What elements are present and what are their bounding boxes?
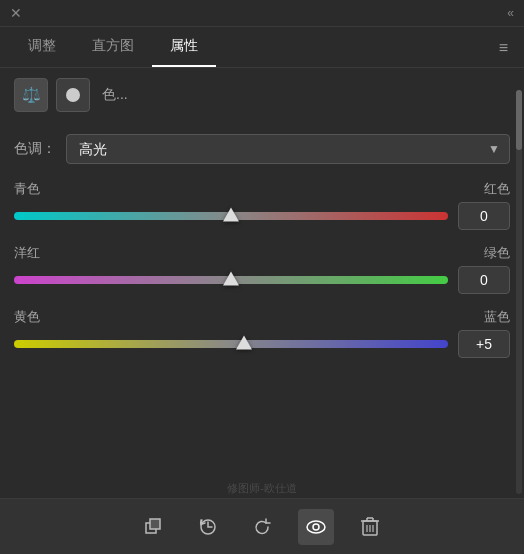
- yellow-blue-track: [14, 340, 448, 348]
- tab-histogram[interactable]: 直方图: [74, 27, 152, 67]
- trash-icon: [361, 516, 379, 538]
- cyan-red-slider-container: [14, 208, 448, 224]
- tone-label: 色调：: [14, 140, 56, 158]
- yellow-blue-slider-row: [14, 330, 510, 358]
- scrollbar-thumb[interactable]: [516, 90, 522, 150]
- svg-rect-1: [150, 519, 160, 529]
- cyan-red-slider-row: [14, 202, 510, 230]
- reset-button[interactable]: [244, 509, 280, 545]
- cyan-label: 青色: [14, 180, 40, 198]
- title-bar: ✕ «: [0, 0, 524, 27]
- scrollbar[interactable]: [516, 90, 522, 494]
- cyan-red-thumb[interactable]: [223, 208, 239, 222]
- yellow-blue-track-wrapper[interactable]: [14, 336, 448, 352]
- tab-adjust[interactable]: 调整: [10, 27, 74, 67]
- balance-icon: ⚖️: [22, 86, 41, 104]
- magenta-green-labels: 洋红 绿色: [14, 244, 510, 262]
- magenta-green-track-wrapper[interactable]: [14, 272, 448, 288]
- yellow-blue-slider-container: [14, 336, 448, 352]
- svg-point-3: [307, 521, 325, 533]
- red-label: 红色: [484, 180, 510, 198]
- title-bar-right: «: [507, 6, 514, 20]
- eye-history-icon: [198, 517, 218, 537]
- tool-label: 色...: [102, 86, 128, 104]
- tabs-bar: 调整 直方图 属性 ≡: [0, 27, 524, 68]
- cyan-red-labels: 青色 红色: [14, 180, 510, 198]
- tone-select[interactable]: 阴影中间调高光: [66, 134, 510, 164]
- svg-point-4: [313, 524, 319, 530]
- yellow-blue-slider-group: 黄色 蓝色: [14, 308, 510, 358]
- delete-button[interactable]: [352, 509, 388, 545]
- green-label: 绿色: [484, 244, 510, 262]
- cyan-red-input[interactable]: [458, 202, 510, 230]
- cyan-red-slider-group: 青色 红色: [14, 180, 510, 230]
- collapse-button[interactable]: «: [507, 6, 514, 20]
- close-button[interactable]: ✕: [10, 6, 24, 20]
- yellow-blue-labels: 黄色 蓝色: [14, 308, 510, 326]
- tone-select-wrapper: 阴影中间调高光 ▼: [66, 134, 510, 164]
- circle-tool-button[interactable]: [56, 78, 90, 112]
- eye-history-button[interactable]: [190, 509, 226, 545]
- slider-section: 青色 红色 洋红 绿色: [14, 180, 510, 358]
- tab-properties[interactable]: 属性: [152, 27, 216, 67]
- visibility-button[interactable]: [298, 509, 334, 545]
- magenta-label: 洋红: [14, 244, 40, 262]
- panel-menu-icon[interactable]: ≡: [493, 29, 514, 67]
- clip-button[interactable]: [136, 509, 172, 545]
- title-bar-left: ✕: [10, 6, 24, 20]
- watermark: 修图师-欧仕道: [227, 481, 297, 496]
- yellow-blue-input[interactable]: [458, 330, 510, 358]
- bottom-action-bar: [0, 498, 524, 554]
- yellow-label: 黄色: [14, 308, 40, 326]
- toolbar-row: ⚖️ 色...: [0, 68, 524, 122]
- main-content: 色调： 阴影中间调高光 ▼ 青色 红色: [0, 122, 524, 370]
- tone-row: 色调： 阴影中间调高光 ▼: [14, 134, 510, 164]
- magenta-green-slider-row: [14, 266, 510, 294]
- eye-icon: [305, 518, 327, 536]
- blue-label: 蓝色: [484, 308, 510, 326]
- balance-tool-button[interactable]: ⚖️: [14, 78, 48, 112]
- cyan-red-track-wrapper[interactable]: [14, 208, 448, 224]
- circle-icon: [66, 88, 80, 102]
- magenta-green-input[interactable]: [458, 266, 510, 294]
- magenta-green-thumb[interactable]: [223, 272, 239, 286]
- magenta-green-slider-container: [14, 272, 448, 288]
- clip-icon: [144, 517, 164, 537]
- magenta-green-slider-group: 洋红 绿色: [14, 244, 510, 294]
- reset-icon: [252, 517, 272, 537]
- yellow-blue-thumb[interactable]: [236, 336, 252, 350]
